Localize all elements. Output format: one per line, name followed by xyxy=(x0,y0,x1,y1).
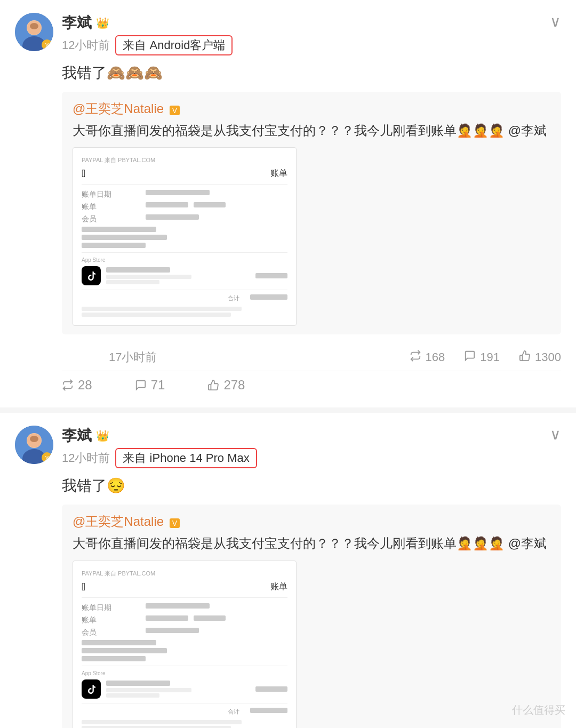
svg-point-9 xyxy=(30,436,38,442)
receipt-app-row-1 xyxy=(82,266,287,285)
repost-icon-1 xyxy=(410,350,421,365)
post-content-2: 我错了😔 @王奕芝Natalie V 大哥你直播间发的福袋是从我支付宝支付的？？… xyxy=(62,475,561,728)
crown-icon-1: 👑 xyxy=(96,17,109,29)
chevron-down-icon-2[interactable]: ∨ xyxy=(550,426,561,443)
receipt-amount-1 xyxy=(255,273,287,278)
receipt-image-1: PAYPAL 来自 PBYTAL.COM  账单 账单日期 账单 xyxy=(73,147,297,326)
svg-point-4 xyxy=(30,23,38,29)
receipt-footer-1 xyxy=(82,307,287,317)
post-time-2: 12小时前 xyxy=(62,450,110,466)
post-header-2: v 李斌 👑 12小时前 来自 iPhone 14 Pro Max ∨ xyxy=(15,426,561,468)
username-1: 李斌 xyxy=(62,13,92,33)
receipt-header-2:  账单 xyxy=(82,581,287,598)
username-row-1: 李斌 👑 xyxy=(62,13,561,33)
like-count-1: 1300 xyxy=(535,350,561,364)
crown-icon-2: 👑 xyxy=(96,429,109,442)
main-text-1: 我错了🙈🙈🙈 xyxy=(62,62,561,84)
receipt-footer-2 xyxy=(82,720,287,728)
receipt-top-label-1: PAYPAL 来自 PBYTAL.COM xyxy=(82,156,287,164)
avatar-2[interactable]: v xyxy=(15,426,53,464)
username-row-2: 李斌 👑 xyxy=(62,426,561,446)
username-2: 李斌 xyxy=(62,426,92,446)
apple-logo-2:  xyxy=(82,581,85,593)
receipt-image-2: PAYPAL 来自 PBYTAL.COM  账单 账单日期 账单 xyxy=(73,561,297,728)
quoted-text-2: 大哥你直播间发的福袋是从我支付宝支付的？？？我今儿刚看到账单🤦🤦🤦 @李斌 xyxy=(73,533,550,554)
comment-icon-1 xyxy=(464,350,476,365)
receipt-app-info-1 xyxy=(106,267,250,284)
post-time-1: 12小时前 xyxy=(62,37,110,53)
post-footer-1: 17小时前 168 191 xyxy=(109,342,561,365)
repost-action-1[interactable]: 168 xyxy=(410,350,445,365)
sub-like-count-1: 278 xyxy=(223,378,245,393)
avatar-1[interactable]: v xyxy=(15,13,53,51)
user-info-2: 李斌 👑 12小时前 来自 iPhone 14 Pro Max xyxy=(62,426,561,468)
post-card-1: v 李斌 👑 12小时前 来自 Android客户端 ∨ 我错了🙈🙈🙈 @王奕芝… xyxy=(0,0,576,407)
user-info-1: 李斌 👑 12小时前 来自 Android客户端 xyxy=(62,13,561,55)
sub-actions-1: 28 71 278 xyxy=(62,371,561,399)
receipt-total-row-2: 合计 xyxy=(82,708,287,716)
quoted-user-2: @王奕芝Natalie V xyxy=(73,513,550,530)
receipt-detail-rows-2: 账单日期 账单 会员 xyxy=(82,603,287,661)
watermark: 什么值得买 xyxy=(512,703,565,717)
sub-repost-1[interactable]: 28 xyxy=(62,378,92,393)
receipt-title-2: 账单 xyxy=(270,581,287,593)
quoted-post-2[interactable]: @王奕芝Natalie V 大哥你直播间发的福袋是从我支付宝支付的？？？我今儿刚… xyxy=(62,505,561,728)
main-text-2: 我错了😔 xyxy=(62,475,561,497)
receipt-header-1:  账单 xyxy=(82,167,287,185)
comment-count-1: 191 xyxy=(480,350,500,364)
tiktok-icon-2 xyxy=(82,679,101,699)
quoted-post-1[interactable]: @王奕芝Natalie V 大哥你直播间发的福袋是从我支付宝支付的？？？我今儿刚… xyxy=(62,92,561,334)
receipt-app-row-2 xyxy=(82,679,287,699)
quoted-text-1: 大哥你直播间发的福袋是从我支付宝支付的？？？我今儿刚看到账单🤦🤦🤦 @李斌 xyxy=(73,121,550,141)
receipt-amount-2 xyxy=(255,686,287,692)
avatar-badge-1: v xyxy=(42,39,52,50)
comment-action-1[interactable]: 191 xyxy=(464,350,500,365)
post-card-2: v 李斌 👑 12小时前 来自 iPhone 14 Pro Max ∨ 我错了😔… xyxy=(0,413,576,728)
post-content-1: 我错了🙈🙈🙈 @王奕芝Natalie V 大哥你直播间发的福袋是从我支付宝支付的… xyxy=(62,62,561,399)
receipt-title-1: 账单 xyxy=(270,168,287,179)
source-badge-2[interactable]: 来自 iPhone 14 Pro Max xyxy=(115,448,257,468)
footer-time-1: 17小时前 xyxy=(109,349,157,365)
meta-row-2: 12小时前 来自 iPhone 14 Pro Max xyxy=(62,448,561,468)
source-badge-1[interactable]: 来自 Android客户端 xyxy=(115,35,233,55)
meta-row-1: 12小时前 来自 Android客户端 xyxy=(62,35,561,55)
like-action-1[interactable]: 1300 xyxy=(519,350,561,365)
chevron-down-icon-1[interactable]: ∨ xyxy=(550,13,561,30)
like-icon-1 xyxy=(519,350,531,365)
sub-like-1[interactable]: 278 xyxy=(207,378,245,393)
receipt-top-label-2: PAYPAL 来自 PBYTAL.COM xyxy=(82,570,287,578)
repost-count-1: 168 xyxy=(426,350,445,364)
sub-comment-count-1: 71 xyxy=(151,378,165,393)
tiktok-icon-1 xyxy=(82,266,101,285)
receipt-app-info-2 xyxy=(106,681,250,698)
quoted-user-1: @王奕芝Natalie V xyxy=(73,100,550,117)
receipt-detail-rows-1: 账单日期 账单 会员 xyxy=(82,190,287,248)
avatar-badge-2: v xyxy=(42,452,52,463)
post-header-1: v 李斌 👑 12小时前 来自 Android客户端 ∨ xyxy=(15,13,561,55)
sub-repost-count-1: 28 xyxy=(78,378,92,393)
receipt-total-row-1: 合计 xyxy=(82,294,287,302)
sub-comment-1[interactable]: 71 xyxy=(135,378,165,393)
apple-logo-1:  xyxy=(82,167,85,180)
footer-actions-1: 168 191 xyxy=(410,350,561,365)
